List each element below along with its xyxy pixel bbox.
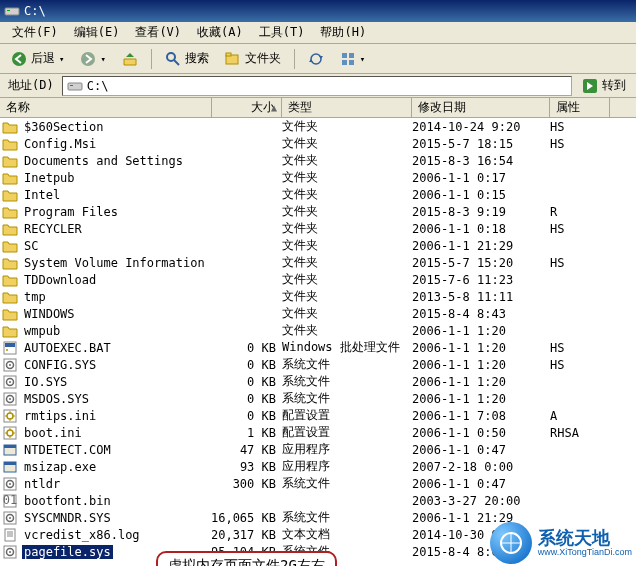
folders-button[interactable]: 文件夹: [218, 47, 288, 70]
file-row[interactable]: RECYCLER文件夹2006-1-1 0:18HS: [0, 220, 636, 237]
address-label: 地址(D): [4, 77, 58, 94]
svg-point-49: [9, 551, 11, 553]
sync-button[interactable]: [301, 48, 331, 70]
back-label: 后退: [31, 50, 55, 67]
file-type: 文件夹: [282, 322, 412, 339]
menu-fav[interactable]: 收藏(A): [189, 22, 251, 43]
file-date: 2015-7-6 11:23: [412, 273, 550, 287]
file-row[interactable]: Config.Msi文件夹2015-5-7 18:15HS: [0, 135, 636, 152]
svg-rect-7: [226, 53, 231, 56]
file-row[interactable]: $360Section文件夹2014-10-24 9:20HS: [0, 118, 636, 135]
file-attr: HS: [550, 120, 610, 134]
file-name: RECYCLER: [22, 222, 84, 236]
file-size: 0 KB: [212, 358, 282, 372]
file-row[interactable]: System Volume Information文件夹2015-5-7 15:…: [0, 254, 636, 271]
file-row[interactable]: TDDownload文件夹2015-7-6 11:23: [0, 271, 636, 288]
file-type: 配置设置: [282, 424, 412, 441]
views-button[interactable]: ▾: [333, 48, 372, 70]
file-type: 系统文件: [282, 373, 412, 390]
file-date: 2006-1-1 0:50: [412, 426, 550, 440]
file-date: 2006-1-1 0:18: [412, 222, 550, 236]
file-date: 2015-5-7 18:15: [412, 137, 550, 151]
up-button[interactable]: [115, 48, 145, 70]
file-date: 2006-1-1 0:17: [412, 171, 550, 185]
file-row[interactable]: AUTOEXEC.BAT0 KBWindows 批处理文件2006-1-1 1:…: [0, 339, 636, 356]
file-size: 16,065 KB: [212, 511, 282, 525]
menu-tools[interactable]: 工具(T): [251, 22, 313, 43]
file-type: 系统文件: [282, 356, 412, 373]
file-row[interactable]: rmtips.ini0 KB配置设置2006-1-1 7:08A: [0, 407, 636, 424]
svg-rect-9: [349, 53, 354, 58]
forward-button[interactable]: ▾: [73, 48, 112, 70]
folder-icon: [2, 137, 18, 151]
file-type: 配置设置: [282, 407, 412, 424]
file-row[interactable]: IO.SYS0 KB系统文件2006-1-1 1:20: [0, 373, 636, 390]
file-type: 系统文件: [282, 475, 412, 492]
file-type: 文件夹: [282, 271, 412, 288]
col-name[interactable]: 名称: [0, 98, 212, 117]
file-name: IO.SYS: [22, 375, 69, 389]
file-row[interactable]: MSDOS.SYS0 KB系统文件2006-1-1 1:20: [0, 390, 636, 407]
file-type: 文件夹: [282, 220, 412, 237]
menu-view[interactable]: 查看(V): [127, 22, 189, 43]
ini-icon: [2, 409, 18, 423]
drive-icon: [67, 78, 83, 94]
menu-file[interactable]: 文件(F): [4, 22, 66, 43]
exe-icon: [2, 460, 18, 474]
file-row[interactable]: msizap.exe93 KB应用程序2007-2-18 0:00: [0, 458, 636, 475]
file-attr: HS: [550, 137, 610, 151]
file-name: Program Files: [22, 205, 120, 219]
file-row[interactable]: 01bootfont.bin2003-3-27 20:00: [0, 492, 636, 509]
separator: [151, 49, 152, 69]
file-row[interactable]: CONFIG.SYS0 KB系统文件2006-1-1 1:20HS: [0, 356, 636, 373]
file-size: 0 KB: [212, 375, 282, 389]
file-name: tmp: [22, 290, 48, 304]
sys-icon: [2, 477, 18, 491]
file-row[interactable]: wmpub文件夹2006-1-1 1:20: [0, 322, 636, 339]
file-row[interactable]: ntldr300 KB系统文件2006-1-1 0:47: [0, 475, 636, 492]
bat-icon: [2, 341, 18, 355]
svg-rect-0: [5, 8, 19, 15]
file-size: 47 KB: [212, 443, 282, 457]
txt-icon: [2, 528, 18, 542]
file-size: 20,317 KB: [212, 528, 282, 542]
col-date[interactable]: 修改日期: [412, 98, 550, 117]
file-row[interactable]: boot.ini1 KB配置设置2006-1-1 0:50RHSA: [0, 424, 636, 441]
menu-help[interactable]: 帮助(H): [312, 22, 374, 43]
file-row[interactable]: Inetpub文件夹2006-1-1 0:17: [0, 169, 636, 186]
search-icon: [165, 51, 181, 67]
file-type: 文件夹: [282, 237, 412, 254]
file-date: 2006-1-1 1:20: [412, 341, 550, 355]
address-combo[interactable]: C:\: [62, 76, 572, 96]
folder-icon: [2, 324, 18, 338]
address-bar: 地址(D) C:\ 转到: [0, 74, 636, 98]
file-row[interactable]: Documents and Settings文件夹2015-8-3 16:54: [0, 152, 636, 169]
file-type: 应用程序: [282, 458, 412, 475]
file-row[interactable]: NTDETECT.COM47 KB应用程序2006-1-1 0:47: [0, 441, 636, 458]
search-button[interactable]: 搜索: [158, 47, 216, 70]
go-button[interactable]: 转到: [576, 75, 632, 96]
file-name: vcredist_x86.log: [22, 528, 142, 542]
file-type: 文件夹: [282, 135, 412, 152]
svg-point-2: [12, 52, 26, 66]
col-size[interactable]: 大小▲: [212, 98, 282, 117]
file-row[interactable]: SC文件夹2006-1-1 21:29: [0, 237, 636, 254]
folder-icon: [2, 171, 18, 185]
file-row[interactable]: Program Files文件夹2015-8-3 9:19R: [0, 203, 636, 220]
file-type: 文件夹: [282, 254, 412, 271]
chevron-down-icon: ▾: [360, 54, 365, 64]
file-name: wmpub: [22, 324, 62, 338]
file-row[interactable]: WINDOWS文件夹2015-8-4 8:43: [0, 305, 636, 322]
col-type[interactable]: 类型: [282, 98, 412, 117]
file-attr: HS: [550, 256, 610, 270]
folder-icon: [2, 273, 18, 287]
col-attr[interactable]: 属性: [550, 98, 610, 117]
file-type: 文件夹: [282, 169, 412, 186]
file-name: NTDETECT.COM: [22, 443, 113, 457]
file-date: 2006-1-1 1:20: [412, 392, 550, 406]
file-row[interactable]: Intel文件夹2006-1-1 0:15: [0, 186, 636, 203]
back-button[interactable]: 后退 ▾: [4, 47, 71, 70]
menu-edit[interactable]: 编辑(E): [66, 22, 128, 43]
sync-icon: [308, 51, 324, 67]
file-row[interactable]: tmp文件夹2013-5-8 11:11: [0, 288, 636, 305]
